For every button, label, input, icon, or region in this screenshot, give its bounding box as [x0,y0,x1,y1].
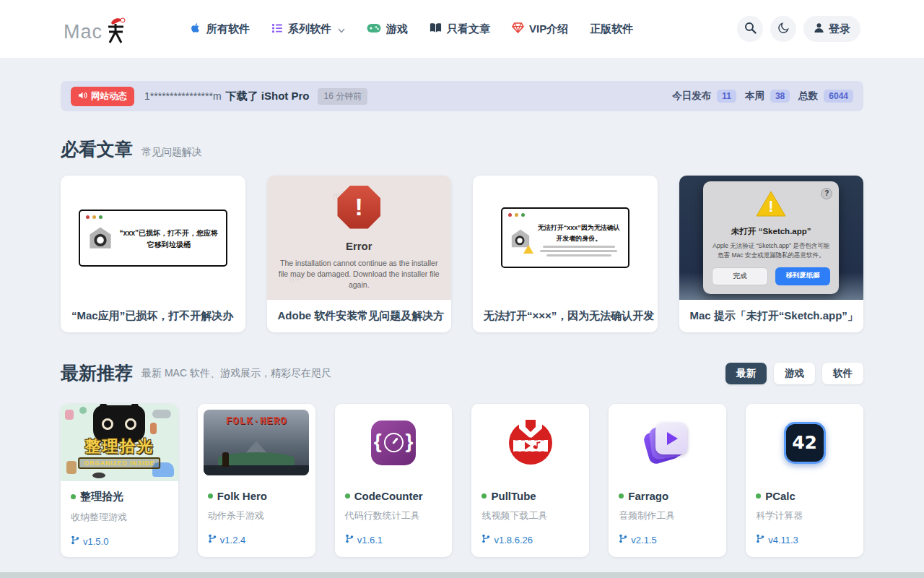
next-section-peek [0,572,924,578]
status-dot [208,493,213,499]
status-dot [481,493,487,499]
generic-app-icon [510,228,531,252]
book-icon [430,22,442,35]
app-version: v1.6.1 [357,535,383,545]
branch-icon [481,534,490,545]
app-thumbnail: 整理拾光 ORGANIZED INSIDE [61,404,178,481]
nav-item-series-software[interactable]: 系列软件 [271,22,345,36]
hero-figure [222,452,229,467]
article-thumb: 无法打开“xxx”因为无法确认开发者的身份。 [473,176,658,300]
apple-icon [189,22,201,36]
branch-icon [619,534,627,545]
dialog-text: 无法打开“xxx”因为无法确认开发者的身份。 [537,223,621,243]
app-thumbnail: FOLK·HERO [198,404,315,481]
article-title: Mac 提示「未打开“Sketch.app”」 [679,300,864,332]
articles-subheading: 常见问题解决 [141,146,202,159]
app-description: 收纳整理游戏 [71,511,168,524]
app-card-zhenglishiguang[interactable]: 整理拾光 ORGANIZED INSIDE 整理拾光 收纳整理游戏 v1.5.0 [61,404,178,557]
nav-item-games[interactable]: 游戏 [367,22,408,36]
app-name: Farrago [628,490,668,502]
article-thumb: mac mac ! Error The installation cannot … [267,176,452,300]
app-description: 音频制作工具 [619,509,716,522]
mac-window-graphic: “xxx”已损坏，打不开，您应将它移到垃圾桶 [79,210,227,267]
theme-toggle-button[interactable] [770,16,796,42]
nav-item-vip[interactable]: VIP介绍 [512,22,568,36]
list-icon [271,22,283,36]
announcement-bar: 网站动态 1****************m 下载了 iShot Pro 16… [61,81,863,111]
header: Mac 所有软件 系列软件 [0,0,924,58]
branch-icon [345,534,354,545]
warning-triangle-icon [523,245,533,254]
tab-software[interactable]: 软件 [822,363,863,384]
svg-text:!: ! [769,197,774,215]
article-card-damaged-app[interactable]: “xxx”已损坏，打不开，您应将它移到垃圾桶 “Mac应用”已损坏，打不开解决办 [61,176,245,332]
article-title: 无法打开“×××”，因为无法确认开发 [473,300,658,332]
generic-app-icon [87,225,113,254]
stat-label-week: 本周 [745,90,764,103]
dialog-body: Apple 无法验证 “Sketch.app” 是否包含可能危害 Mac 安全或… [712,241,830,260]
app-version: v2.1.5 [631,535,656,545]
nav-item-all-software[interactable]: 所有软件 [189,22,250,36]
article-title: “Mac应用”已损坏，打不开解决办 [61,300,245,332]
apps-filter-tabs: 最新 游戏 软件 [725,363,863,384]
announcement-action: 下载了 iShot Pro [226,90,310,103]
gamepad-icon [367,23,381,35]
tab-games[interactable]: 游戏 [774,363,815,384]
article-title: Adobe 软件安装常见问题及解决方 [267,300,452,332]
status-dot [619,493,624,499]
app-card-codecounter[interactable]: { } CodeCounter 代码行数统计工具 v1.6.1 [335,404,453,557]
help-icon: ? [821,188,832,199]
app-description: 科学计算器 [756,509,853,522]
announcement-message[interactable]: 1****************m 下载了 iShot Pro 16 分钟前 [144,88,367,105]
app-version: v1.8.6.26 [494,535,533,545]
thumb-subtitle-text: ORGANIZED INSIDE [79,457,161,469]
gem-icon [512,22,524,35]
app-card-pcalc[interactable]: 42 PCalc 科学计算器 v4.11.3 [746,404,863,557]
site-stats: 今日发布 11 本周 38 总数 6044 [672,90,853,103]
codecounter-app-icon: { } [371,420,416,465]
login-button[interactable]: 登录 [803,16,860,42]
header-actions: 登录 [737,16,860,42]
app-card-pulltube[interactable]: PullTube 线视频下载工具 v1.8.6.26 [471,404,589,557]
app-card-folk-hero[interactable]: FOLK·HERO Folk Hero 动作杀手游戏 v1.2.4 [198,404,315,557]
articles-section-head: 必看文章 常见问题解决 [61,137,863,161]
site-logo[interactable]: Mac [64,14,127,43]
app-card-farrago[interactable]: Farrago 音频制作工具 v2.1.5 [609,404,726,557]
mac-alert-dialog: ? ! 未打开 “Sketch.app” Apple 无法验证 “Sketch.… [703,181,839,295]
mascot-with-santa-hat-icon [105,14,127,43]
status-dot [345,493,350,499]
article-card-unidentified-developer[interactable]: 无法打开“xxx”因为无法确认开发者的身份。 无法打开“×××”，因为无法确认开… [473,176,658,332]
pulltube-app-icon [507,420,554,466]
dialog-done-button: 完成 [712,267,768,285]
app-name: PullTube [491,490,536,502]
article-card-adobe-error[interactable]: mac mac ! Error The installation cannot … [267,176,452,332]
status-dot [71,494,76,499]
mac-window-graphic: 无法打开“xxx”因为无法确认开发者的身份。 [501,207,629,268]
stat-value-week: 38 [770,90,790,103]
user-icon [814,22,824,35]
stat-value-total: 6044 [824,90,853,103]
thumb-logo-text: FOLK·HERO [204,415,309,427]
app-name: 整理拾光 [80,490,123,504]
dialog-text: “xxx”已损坏，打不开，您应将它移到垃圾桶 [119,228,219,251]
article-card-sketch-not-opened[interactable]: ? ! 未打开 “Sketch.app” Apple 无法验证 “Sketch.… [679,176,864,332]
app-name: CodeCounter [354,490,423,502]
tab-latest[interactable]: 最新 [725,363,767,384]
nav-item-articles[interactable]: 只看文章 [430,22,490,36]
article-thumb: ? ! 未打开 “Sketch.app” Apple 无法验证 “Sketch.… [679,176,864,300]
announcement-badge: 网站动态 [71,87,134,106]
articles-heading: 必看文章 [61,137,133,161]
articles-grid: “xxx”已损坏，打不开，您应将它移到垃圾桶 “Mac应用”已损坏，打不开解决办… [61,176,863,332]
announcement-user: 1****************m [144,90,222,102]
apps-grid: 整理拾光 ORGANIZED INSIDE 整理拾光 收纳整理游戏 v1.5.0… [61,404,863,557]
dialog-trash-button: 移到废纸篓 [775,267,830,285]
search-button[interactable] [737,16,763,42]
nav-item-genuine[interactable]: 正版软件 [590,22,633,36]
stat-value-today: 11 [717,90,736,103]
search-icon [744,22,757,37]
app-description: 动作杀手游戏 [208,509,305,522]
farrago-app-icon [645,420,691,466]
main-nav: 所有软件 系列软件 游戏 只看文章 VIP [189,22,633,36]
chevron-down-icon [338,23,345,35]
app-name: Folk Hero [217,490,267,502]
